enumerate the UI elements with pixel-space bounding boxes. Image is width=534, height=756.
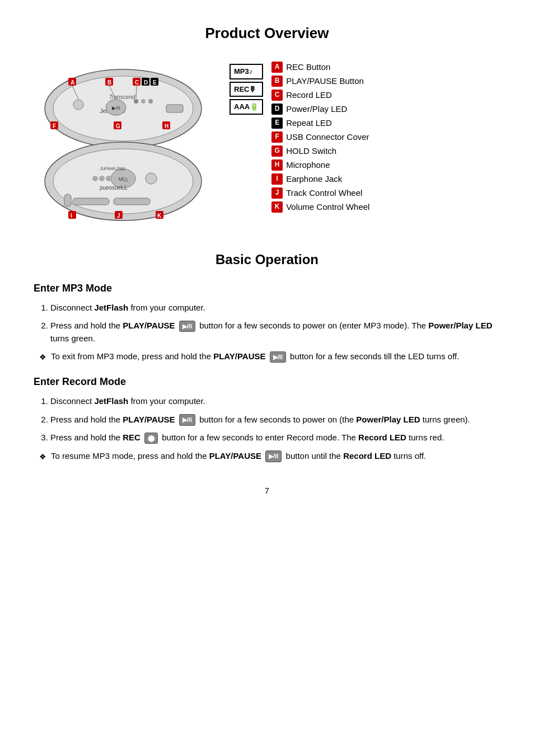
legend-text-k: Volume Control Wheel [286,201,369,213]
badge-d: D [271,104,283,115]
legend-section: MP3♪ REC🎙 AAA🔋 A REC Button B PLAY/PAUSE… [229,61,500,215]
svg-text:F: F [53,123,56,129]
play-pause-button-icon-2: ▶/II [270,351,286,363]
badge-f: F [271,132,283,143]
svg-text:K: K [157,213,162,219]
svg-point-6 [73,100,83,110]
record-step-2: Press and hold the PLAY/PAUSE ▶/II butto… [50,414,500,426]
mode-icons: MP3♪ REC🎙 AAA🔋 [229,64,263,115]
list-item: J Track Control Wheel [271,187,369,199]
svg-text:A: A [71,79,74,86]
svg-text:pueosueLL: pueosueLL [100,185,128,191]
legend-text-f: USB Connector Cover [286,131,369,143]
mp3-label: MP3♪ [234,66,252,77]
badge-j: J [271,187,283,199]
record-mode-bullet: To resume MP3 mode, press and hold the P… [34,450,500,463]
product-overview-section: Transcend JetFlash♪ ▶/II A B C [34,61,500,233]
list-item: G HOLD Switch [271,145,369,157]
badge-i: I [271,173,283,185]
svg-rect-43 [68,211,76,219]
svg-text:E: E [153,79,157,86]
svg-point-37 [146,173,157,184]
play-pause-button-icon-4: ▶/II [265,450,282,462]
svg-text:H: H [165,123,168,129]
rec-label: REC🎙 [234,84,256,95]
list-item: A REC Button [271,61,369,73]
mp3-step-2: Press and hold the PLAY/PAUSE ▶/II butto… [50,320,500,345]
record-mode-steps: Disconnect JetFlash from your computer. … [50,395,500,444]
list-item: D Power/Play LED [271,103,369,115]
device-diagram: Transcend JetFlash♪ ▶/II A B C [34,61,213,233]
badge-c: C [271,90,283,101]
record-mode-section: Enter Record Mode Disconnect JetFlash fr… [34,374,500,463]
svg-text:Transcend: Transcend [109,94,135,100]
mp3-mode-bullet: To exit from MP3 mode, press and hold th… [34,350,500,363]
svg-point-35 [99,176,105,181]
record-step-1: Disconnect JetFlash from your computer. [50,395,500,408]
badge-a: A [271,62,283,73]
svg-point-8 [134,99,138,104]
legend-text-h: Microphone [286,159,330,171]
badge-k: K [271,201,283,213]
record-resume-text: To resume MP3 mode, press and hold the P… [51,450,426,463]
svg-text:C: C [135,79,139,86]
legend-text-a: REC Button [286,61,330,73]
svg-text:I: I [71,213,72,219]
page-number: 7 [34,485,500,497]
svg-text:JuHeeLitep: JuHeeLitep [100,166,125,171]
mp3-mode-section: Enter MP3 Mode Disconnect JetFlash from … [34,281,500,364]
legend-text-b: PLAY/PAUSE Button [286,75,364,87]
svg-rect-40 [73,198,109,205]
legend-text-g: HOLD Switch [286,145,336,157]
svg-point-36 [106,176,111,181]
svg-text:M/△: M/△ [119,176,128,182]
mp3-mode-heading: Enter MP3 Mode [34,281,500,296]
svg-text:G: G [116,123,120,129]
svg-text:D: D [144,79,148,86]
page-title: Product Overview [34,22,500,44]
mp3-mode-box: MP3♪ [229,64,263,79]
svg-point-9 [141,99,146,104]
badge-e: E [271,118,283,129]
list-item: C Record LED [271,89,369,101]
aaa-mode-box: AAA🔋 [229,99,263,115]
svg-point-34 [92,176,98,181]
list-item: I Earphone Jack [271,173,369,185]
list-item: K Volume Control Wheel [271,201,369,213]
basic-operation-title: Basic Operation [34,250,500,270]
list-item: H Microphone [271,159,369,171]
mp3-step-1: Disconnect JetFlash from your computer. [50,302,500,314]
svg-text:B: B [107,79,111,86]
play-pause-button-icon-3: ▶/II [179,414,195,426]
rec-mode-box: REC🎙 [229,82,263,97]
record-step-3: Press and hold the REC ⬤ button for a fe… [50,431,500,444]
record-mode-heading: Enter Record Mode [34,374,500,389]
legend-text-e: Repeat LED [286,117,332,129]
svg-text:▶/II: ▶/II [112,105,120,111]
list-item: E Repeat LED [271,117,369,129]
play-pause-button-icon-1: ▶/II [179,321,195,332]
list-item: F USB Connector Cover [271,131,369,143]
legend-text-d: Power/Play LED [286,103,347,115]
badge-h: H [271,159,283,171]
mp3-exit-text: To exit from MP3 mode, press and hold th… [51,350,459,363]
legend-text-j: Track Control Wheel [286,187,362,199]
svg-rect-41 [114,198,150,205]
legend-list: A REC Button B PLAY/PAUSE Button C Recor… [271,61,369,215]
svg-point-10 [148,99,153,104]
svg-rect-7 [166,105,183,112]
rec-button-icon-1: ⬤ [144,433,158,444]
svg-rect-42 [64,194,71,206]
list-item: B PLAY/PAUSE Button [271,75,369,87]
badge-g: G [271,145,283,157]
legend-text-c: Record LED [286,89,332,101]
mp3-mode-steps: Disconnect JetFlash from your computer. … [50,302,500,345]
legend-text-i: Earphone Jack [286,173,342,185]
svg-text:J: J [117,213,120,219]
badge-b: B [271,76,283,87]
aaa-label: AAA🔋 [234,101,259,112]
